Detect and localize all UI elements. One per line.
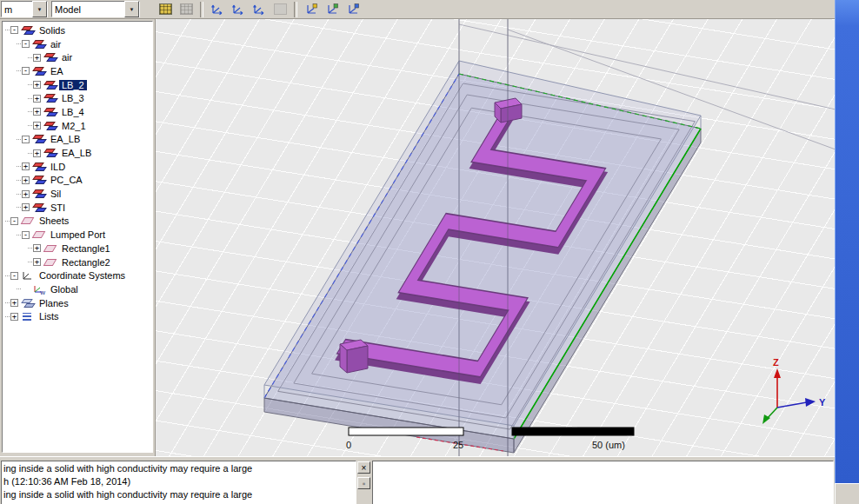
tree-expander-icon[interactable]: +: [33, 95, 41, 103]
left-combo[interactable]: m ▼: [1, 1, 48, 17]
tree-expander-icon[interactable]: -: [10, 217, 18, 225]
tree-expander-icon[interactable]: +: [33, 258, 41, 266]
tree-item-air[interactable]: -air: [3, 37, 152, 51]
tree-item-sti[interactable]: +STI: [3, 201, 152, 215]
cs-edit-button[interactable]: [323, 1, 342, 18]
z-arrowhead: [774, 368, 781, 378]
tree-item-label[interactable]: Planes: [37, 298, 71, 308]
axis-triad: Z Y: [762, 357, 826, 424]
message-line: h (12:10:36 AM Feb 18, 2014): [3, 475, 356, 488]
tree-expander-icon[interactable]: +: [33, 122, 41, 129]
view-combo[interactable]: Model ▼: [51, 1, 140, 17]
hfss-modeler-window: m ▼ Model ▼ -Solids-air+air-EA+LB_2+LB_3…: [0, 0, 859, 504]
tree-item-ea[interactable]: -EA: [3, 64, 152, 78]
tree-item-label[interactable]: EA_LB: [59, 148, 94, 158]
zoom-view-button[interactable]: [250, 1, 269, 18]
model-tree[interactable]: -Solids-air+air-EA+LB_2+LB_3+LB_4+M2_1-E…: [2, 21, 153, 453]
cs-select-button[interactable]: [343, 1, 363, 18]
tree-item-label[interactable]: LB_3: [59, 93, 87, 103]
tree-item-label[interactable]: Rectangle1: [59, 243, 113, 254]
tree-item-ea-lb[interactable]: -EA_LB: [3, 133, 152, 147]
3d-viewport[interactable]: 0 25 50 (um) Z Y: [155, 19, 835, 456]
tree-expander-icon[interactable]: -: [22, 231, 30, 239]
rotate-view-button[interactable]: [229, 1, 248, 18]
tree-item-label[interactable]: Sheets: [37, 216, 71, 226]
tree-item-rectangle2[interactable]: +Rectangle2: [3, 255, 152, 269]
sheet-icon: [43, 243, 57, 254]
tree-expander-icon[interactable]: +: [22, 176, 30, 184]
tree-item-label[interactable]: Solids: [37, 25, 68, 36]
tree-item-label[interactable]: PC_CA: [48, 175, 85, 185]
tree-item-lb-3[interactable]: +LB_3: [3, 91, 152, 105]
tree-item-lb-4[interactable]: +LB_4: [3, 105, 152, 119]
tree-item-label[interactable]: LB_4: [59, 107, 87, 117]
tree-item-m2-1[interactable]: +M2_1: [3, 119, 152, 133]
tree-item-label[interactable]: ILD: [48, 162, 68, 172]
message-pane-left[interactable]: ing inside a solid with high conductivit…: [1, 461, 356, 504]
tree-item-label[interactable]: Lists: [37, 311, 62, 322]
tree-expander-icon[interactable]: +: [33, 54, 41, 62]
tree-item-label[interactable]: Coordinate Systems: [37, 270, 128, 281]
tree-item-label[interactable]: Global: [48, 284, 81, 295]
tree-item-label[interactable]: air: [59, 52, 75, 63]
tree-item-lists[interactable]: +Lists: [3, 309, 152, 323]
tree-item-lb-2[interactable]: +LB_2: [3, 78, 152, 92]
view-combo-value: Model: [52, 4, 124, 15]
message-line: ing inside a solid with high conductivit…: [3, 488, 356, 501]
layers-icon: [32, 202, 45, 213]
tree-expander-icon[interactable]: +: [10, 299, 18, 307]
message-pane-right[interactable]: [372, 461, 834, 504]
chevron-down-icon[interactable]: ▼: [124, 1, 139, 17]
tree-expander-icon[interactable]: -: [10, 26, 18, 34]
tree-item-rectangle1[interactable]: +Rectangle1: [3, 242, 152, 255]
tree-item-lumped-port[interactable]: -Lumped Port: [3, 228, 152, 242]
message-close-button[interactable]: ×: [357, 461, 370, 474]
display-grid-button[interactable]: [156, 1, 175, 18]
tree-item-ea-lb[interactable]: +EA_LB: [3, 146, 152, 160]
3d-model-canvas[interactable]: 0 25 50 (um) Z Y: [156, 19, 835, 456]
message-line: ing inside a solid with high conductivit…: [3, 462, 356, 475]
tree-item-solids[interactable]: -Solids: [3, 23, 152, 37]
move-view-button[interactable]: [208, 1, 227, 18]
tree-expander-icon[interactable]: +: [33, 244, 41, 252]
tree-item-coordinate-systems[interactable]: -Coordinate Systems: [3, 269, 152, 282]
tree-expander-icon[interactable]: -: [10, 272, 18, 280]
tree-item-label[interactable]: LB_2: [59, 80, 87, 90]
tree-expander-icon[interactable]: -: [22, 67, 30, 75]
tree-item-label[interactable]: STI: [48, 202, 68, 213]
axes-icon: [231, 3, 245, 16]
tree-item-planes[interactable]: +Planes: [3, 296, 152, 310]
scale-label-25: 25: [453, 440, 463, 450]
tree-item-label[interactable]: Sil: [48, 189, 63, 199]
tree-item-pc-ca[interactable]: +PC_CA: [3, 174, 152, 188]
tree-guide: [17, 288, 21, 289]
tree-expander-icon[interactable]: +: [22, 190, 30, 198]
model-tree-panel: -Solids-air+air-EA+LB_2+LB_3+LB_4+M2_1-E…: [0, 19, 155, 456]
tree-expander-icon[interactable]: +: [22, 203, 30, 211]
tree-expander-icon[interactable]: -: [22, 40, 30, 48]
tree-expander-icon[interactable]: +: [33, 149, 41, 157]
chevron-down-icon[interactable]: ▼: [32, 1, 47, 17]
tree-item-sheets[interactable]: -Sheets: [3, 215, 152, 229]
tree-expander-spacer: [22, 285, 30, 293]
tree-item-label[interactable]: EA_LB: [48, 134, 83, 144]
tree-guide: [28, 98, 32, 99]
tree-item-label[interactable]: Rectangle2: [59, 257, 113, 268]
tree-item-sil[interactable]: +Sil: [3, 187, 152, 201]
tree-expander-icon[interactable]: +: [33, 108, 41, 116]
tree-item-global[interactable]: wGlobal: [3, 282, 152, 296]
tree-expander-icon[interactable]: +: [10, 313, 18, 321]
tree-expander-icon[interactable]: +: [33, 81, 41, 89]
tree-item-label[interactable]: M2_1: [59, 121, 89, 131]
sheet-icon: [21, 216, 34, 226]
tree-expander-icon[interactable]: -: [22, 136, 30, 143]
tree-item-ild[interactable]: +ILD: [3, 160, 152, 174]
tree-item-label[interactable]: EA: [48, 66, 66, 76]
resize-corner: [835, 483, 859, 504]
cs-create-button[interactable]: [302, 1, 321, 18]
tree-item-air[interactable]: +air: [3, 50, 152, 64]
tree-item-label[interactable]: Lumped Port: [48, 229, 108, 240]
tree-expander-icon[interactable]: +: [22, 162, 30, 170]
tree-item-label[interactable]: air: [48, 39, 63, 50]
layers-icon: [21, 25, 34, 36]
